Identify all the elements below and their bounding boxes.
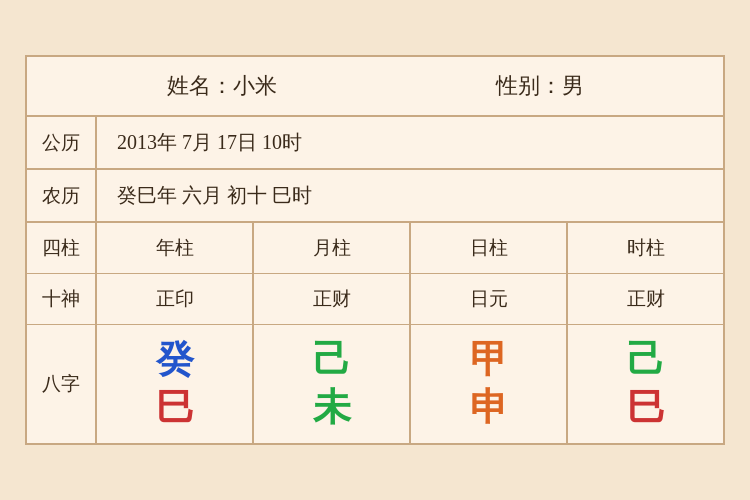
- shishen-month: 正财: [254, 274, 411, 324]
- bazi-col-3: 己 巳: [568, 325, 723, 443]
- lunar-row: 农历 癸巳年 六月 初十 巳时: [27, 170, 723, 223]
- pillar-hour: 时柱: [568, 223, 723, 273]
- bazi-0-bottom: 巳: [156, 387, 194, 429]
- shishen-hour: 正财: [568, 274, 723, 324]
- lunar-value: 癸巳年 六月 初十 巳时: [97, 170, 723, 221]
- bazi-3-top: 己: [627, 339, 665, 381]
- pillar-month: 月柱: [254, 223, 411, 273]
- bazi-col-2: 甲 申: [411, 325, 568, 443]
- bazi-2-bottom: 申: [470, 387, 508, 429]
- bazi-col-0: 癸 巳: [97, 325, 254, 443]
- shishen-day: 日元: [411, 274, 568, 324]
- lunar-label: 农历: [27, 170, 97, 221]
- pillars-label: 四柱: [27, 223, 97, 273]
- bazi-0-top: 癸: [156, 339, 194, 381]
- shishen-label: 十神: [27, 274, 97, 324]
- bazi-1-bottom: 未: [313, 387, 351, 429]
- bazi-row: 八字 癸 巳 己 未 甲 申 己 巳: [27, 325, 723, 443]
- bazi-3-bottom: 巳: [627, 387, 665, 429]
- solar-row: 公历 2013年 7月 17日 10时: [27, 117, 723, 170]
- shishen-year: 正印: [97, 274, 254, 324]
- pillar-year: 年柱: [97, 223, 254, 273]
- solar-value: 2013年 7月 17日 10时: [97, 117, 723, 168]
- main-container: 姓名：小米 性别：男 公历 2013年 7月 17日 10时 农历 癸巳年 六月…: [25, 55, 725, 445]
- bazi-2-top: 甲: [470, 339, 508, 381]
- name-label: 姓名：小米: [167, 71, 277, 101]
- pillar-day: 日柱: [411, 223, 568, 273]
- bazi-label: 八字: [27, 325, 97, 443]
- bazi-1-top: 己: [313, 339, 351, 381]
- header-row: 姓名：小米 性别：男: [27, 57, 723, 117]
- pillars-row: 四柱 年柱 月柱 日柱 时柱: [27, 223, 723, 274]
- shishen-row: 十神 正印 正财 日元 正财: [27, 274, 723, 325]
- gender-label: 性别：男: [496, 71, 584, 101]
- solar-label: 公历: [27, 117, 97, 168]
- bazi-col-1: 己 未: [254, 325, 411, 443]
